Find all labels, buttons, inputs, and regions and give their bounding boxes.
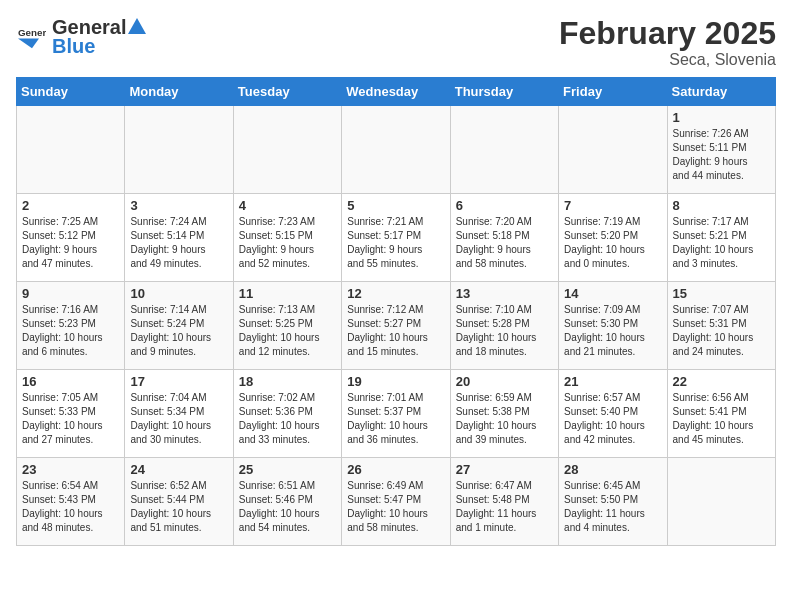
week-row-2: 2Sunrise: 7:25 AM Sunset: 5:12 PM Daylig…: [17, 194, 776, 282]
day-info: Sunrise: 6:49 AM Sunset: 5:47 PM Dayligh…: [347, 479, 444, 535]
calendar-cell: 5Sunrise: 7:21 AM Sunset: 5:17 PM Daylig…: [342, 194, 450, 282]
day-info: Sunrise: 6:51 AM Sunset: 5:46 PM Dayligh…: [239, 479, 336, 535]
logo-triangle-icon: [128, 16, 146, 34]
day-info: Sunrise: 7:21 AM Sunset: 5:17 PM Dayligh…: [347, 215, 444, 271]
day-number: 9: [22, 286, 119, 301]
day-number: 3: [130, 198, 227, 213]
calendar-cell: 7Sunrise: 7:19 AM Sunset: 5:20 PM Daylig…: [559, 194, 667, 282]
header-thursday: Thursday: [450, 78, 558, 106]
day-number: 23: [22, 462, 119, 477]
day-info: Sunrise: 6:45 AM Sunset: 5:50 PM Dayligh…: [564, 479, 661, 535]
day-number: 26: [347, 462, 444, 477]
calendar-cell: 13Sunrise: 7:10 AM Sunset: 5:28 PM Dayli…: [450, 282, 558, 370]
calendar-cell: 21Sunrise: 6:57 AM Sunset: 5:40 PM Dayli…: [559, 370, 667, 458]
day-info: Sunrise: 6:59 AM Sunset: 5:38 PM Dayligh…: [456, 391, 553, 447]
day-info: Sunrise: 7:10 AM Sunset: 5:28 PM Dayligh…: [456, 303, 553, 359]
calendar-cell: 28Sunrise: 6:45 AM Sunset: 5:50 PM Dayli…: [559, 458, 667, 546]
day-number: 18: [239, 374, 336, 389]
day-number: 5: [347, 198, 444, 213]
logo-icon: General: [18, 23, 46, 51]
day-info: Sunrise: 7:14 AM Sunset: 5:24 PM Dayligh…: [130, 303, 227, 359]
day-info: Sunrise: 7:02 AM Sunset: 5:36 PM Dayligh…: [239, 391, 336, 447]
calendar-cell: 19Sunrise: 7:01 AM Sunset: 5:37 PM Dayli…: [342, 370, 450, 458]
svg-text:General: General: [18, 27, 46, 38]
day-info: Sunrise: 7:01 AM Sunset: 5:37 PM Dayligh…: [347, 391, 444, 447]
calendar-cell: [450, 106, 558, 194]
calendar-cell: [342, 106, 450, 194]
day-number: 1: [673, 110, 770, 125]
calendar-cell: 2Sunrise: 7:25 AM Sunset: 5:12 PM Daylig…: [17, 194, 125, 282]
day-number: 17: [130, 374, 227, 389]
day-info: Sunrise: 6:52 AM Sunset: 5:44 PM Dayligh…: [130, 479, 227, 535]
header-wednesday: Wednesday: [342, 78, 450, 106]
calendar-cell: 20Sunrise: 6:59 AM Sunset: 5:38 PM Dayli…: [450, 370, 558, 458]
day-info: Sunrise: 6:56 AM Sunset: 5:41 PM Dayligh…: [673, 391, 770, 447]
header-row: SundayMondayTuesdayWednesdayThursdayFrid…: [17, 78, 776, 106]
calendar-cell: [125, 106, 233, 194]
day-number: 2: [22, 198, 119, 213]
header-saturday: Saturday: [667, 78, 775, 106]
calendar-cell: [233, 106, 341, 194]
calendar-cell: 3Sunrise: 7:24 AM Sunset: 5:14 PM Daylig…: [125, 194, 233, 282]
day-info: Sunrise: 7:19 AM Sunset: 5:20 PM Dayligh…: [564, 215, 661, 271]
day-number: 27: [456, 462, 553, 477]
calendar-table: SundayMondayTuesdayWednesdayThursdayFrid…: [16, 77, 776, 546]
calendar-cell: 27Sunrise: 6:47 AM Sunset: 5:48 PM Dayli…: [450, 458, 558, 546]
calendar-cell: 8Sunrise: 7:17 AM Sunset: 5:21 PM Daylig…: [667, 194, 775, 282]
calendar-cell: 25Sunrise: 6:51 AM Sunset: 5:46 PM Dayli…: [233, 458, 341, 546]
day-number: 13: [456, 286, 553, 301]
calendar-cell: [17, 106, 125, 194]
day-info: Sunrise: 7:12 AM Sunset: 5:27 PM Dayligh…: [347, 303, 444, 359]
svg-marker-2: [128, 18, 146, 34]
page-header: General General Blue February 2025 Seca,…: [16, 16, 776, 69]
day-info: Sunrise: 7:20 AM Sunset: 5:18 PM Dayligh…: [456, 215, 553, 271]
day-number: 6: [456, 198, 553, 213]
calendar-cell: 15Sunrise: 7:07 AM Sunset: 5:31 PM Dayli…: [667, 282, 775, 370]
calendar-cell: 14Sunrise: 7:09 AM Sunset: 5:30 PM Dayli…: [559, 282, 667, 370]
day-info: Sunrise: 6:57 AM Sunset: 5:40 PM Dayligh…: [564, 391, 661, 447]
calendar-cell: [667, 458, 775, 546]
svg-marker-1: [18, 38, 39, 48]
day-info: Sunrise: 7:09 AM Sunset: 5:30 PM Dayligh…: [564, 303, 661, 359]
day-info: Sunrise: 7:04 AM Sunset: 5:34 PM Dayligh…: [130, 391, 227, 447]
day-info: Sunrise: 7:16 AM Sunset: 5:23 PM Dayligh…: [22, 303, 119, 359]
day-number: 7: [564, 198, 661, 213]
day-info: Sunrise: 6:54 AM Sunset: 5:43 PM Dayligh…: [22, 479, 119, 535]
header-tuesday: Tuesday: [233, 78, 341, 106]
header-monday: Monday: [125, 78, 233, 106]
day-info: Sunrise: 7:07 AM Sunset: 5:31 PM Dayligh…: [673, 303, 770, 359]
day-info: Sunrise: 7:26 AM Sunset: 5:11 PM Dayligh…: [673, 127, 770, 183]
day-info: Sunrise: 7:13 AM Sunset: 5:25 PM Dayligh…: [239, 303, 336, 359]
calendar-cell: 23Sunrise: 6:54 AM Sunset: 5:43 PM Dayli…: [17, 458, 125, 546]
calendar-cell: 26Sunrise: 6:49 AM Sunset: 5:47 PM Dayli…: [342, 458, 450, 546]
day-info: Sunrise: 6:47 AM Sunset: 5:48 PM Dayligh…: [456, 479, 553, 535]
day-info: Sunrise: 7:24 AM Sunset: 5:14 PM Dayligh…: [130, 215, 227, 271]
day-number: 28: [564, 462, 661, 477]
week-row-5: 23Sunrise: 6:54 AM Sunset: 5:43 PM Dayli…: [17, 458, 776, 546]
day-number: 20: [456, 374, 553, 389]
day-number: 24: [130, 462, 227, 477]
logo: General General Blue: [16, 16, 148, 58]
day-number: 11: [239, 286, 336, 301]
day-number: 14: [564, 286, 661, 301]
header-sunday: Sunday: [17, 78, 125, 106]
calendar-cell: 1Sunrise: 7:26 AM Sunset: 5:11 PM Daylig…: [667, 106, 775, 194]
day-number: 8: [673, 198, 770, 213]
calendar-cell: 10Sunrise: 7:14 AM Sunset: 5:24 PM Dayli…: [125, 282, 233, 370]
week-row-3: 9Sunrise: 7:16 AM Sunset: 5:23 PM Daylig…: [17, 282, 776, 370]
week-row-1: 1Sunrise: 7:26 AM Sunset: 5:11 PM Daylig…: [17, 106, 776, 194]
day-info: Sunrise: 7:23 AM Sunset: 5:15 PM Dayligh…: [239, 215, 336, 271]
calendar-cell: 9Sunrise: 7:16 AM Sunset: 5:23 PM Daylig…: [17, 282, 125, 370]
day-info: Sunrise: 7:17 AM Sunset: 5:21 PM Dayligh…: [673, 215, 770, 271]
calendar-cell: 4Sunrise: 7:23 AM Sunset: 5:15 PM Daylig…: [233, 194, 341, 282]
day-number: 16: [22, 374, 119, 389]
calendar-cell: [559, 106, 667, 194]
week-row-4: 16Sunrise: 7:05 AM Sunset: 5:33 PM Dayli…: [17, 370, 776, 458]
calendar-title: February 2025: [559, 16, 776, 51]
calendar-cell: 12Sunrise: 7:12 AM Sunset: 5:27 PM Dayli…: [342, 282, 450, 370]
calendar-cell: 24Sunrise: 6:52 AM Sunset: 5:44 PM Dayli…: [125, 458, 233, 546]
calendar-cell: 16Sunrise: 7:05 AM Sunset: 5:33 PM Dayli…: [17, 370, 125, 458]
day-number: 10: [130, 286, 227, 301]
day-number: 19: [347, 374, 444, 389]
calendar-cell: 6Sunrise: 7:20 AM Sunset: 5:18 PM Daylig…: [450, 194, 558, 282]
